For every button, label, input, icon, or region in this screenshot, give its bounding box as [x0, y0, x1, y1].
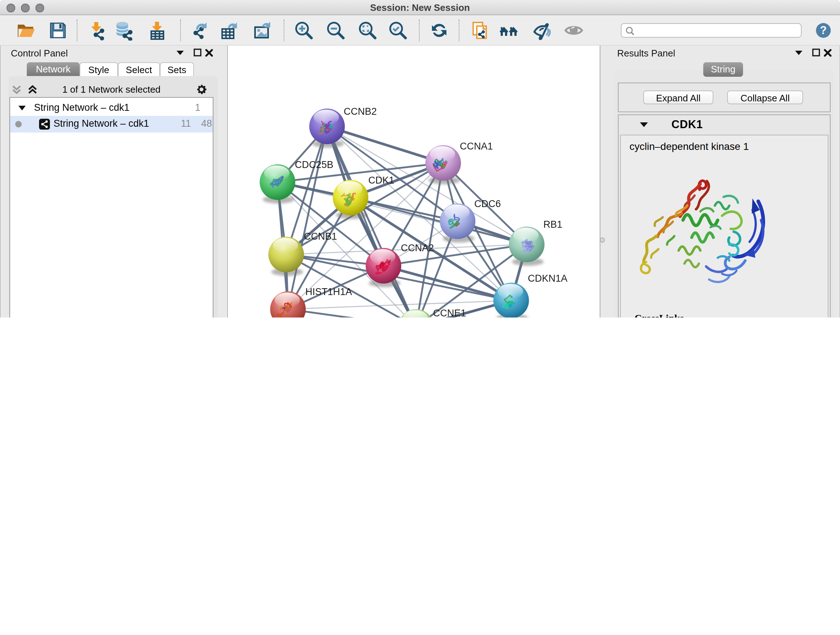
svg-text:CCNA1: CCNA1 — [460, 141, 493, 152]
svg-text:?: ? — [820, 24, 827, 36]
svg-text:CCNE1: CCNE1 — [433, 308, 466, 318]
svg-text:CCNB1: CCNB1 — [304, 231, 337, 242]
svg-text:CCNA2: CCNA2 — [401, 242, 434, 253]
svg-text:CCNB2: CCNB2 — [344, 106, 377, 117]
svg-text:CDC6: CDC6 — [474, 198, 501, 209]
svg-text:HIST1H1A: HIST1H1A — [305, 287, 352, 297]
svg-text:RB1: RB1 — [543, 219, 562, 230]
svg-text:CDC25B: CDC25B — [295, 159, 333, 170]
svg-text:CDKN1A: CDKN1A — [528, 273, 568, 284]
svg-text:CDK1: CDK1 — [368, 175, 394, 186]
